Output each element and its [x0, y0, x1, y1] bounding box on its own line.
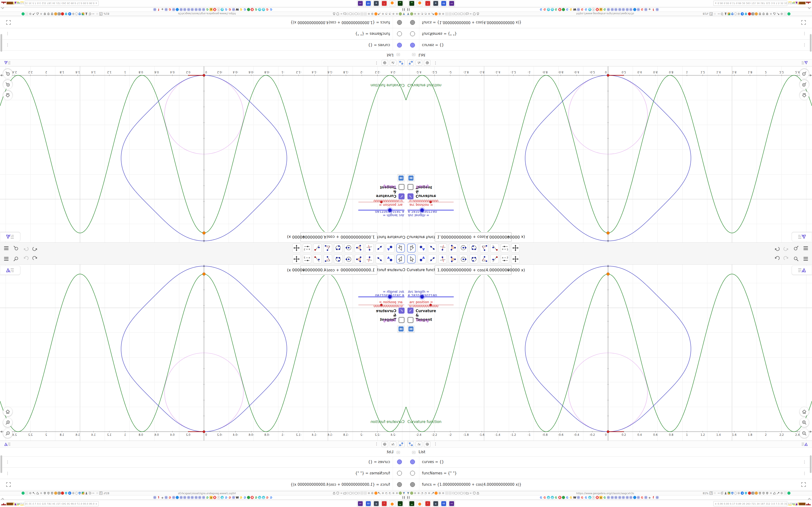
- curvature-function-dropdown[interactable]: 1.000000000000 + cos(4.000000000000 x) ▼: [435, 265, 512, 275]
- gauge-icon[interactable]: ◔: [424, 12, 427, 15]
- lock-icon[interactable]: [476, 12, 479, 15]
- bird-extension-icon[interactable]: Y: [406, 492, 410, 495]
- swirl-favicon[interactable]: @: [551, 8, 554, 11]
- input-fx-button[interactable]: fx: [390, 60, 396, 66]
- zoom-out-button[interactable]: [800, 429, 809, 438]
- flower-favicon[interactable]: [187, 496, 190, 499]
- globe-icon[interactable]: ⊕: [382, 12, 385, 15]
- move-tool[interactable]: [407, 255, 416, 264]
- google-favicon[interactable]: G: [540, 8, 543, 11]
- download-icon[interactable]: [724, 492, 727, 495]
- folder-icon[interactable]: [466, 12, 469, 15]
- undo-button[interactable]: [33, 245, 38, 251]
- shield-dot-icon[interactable]: ○: [766, 12, 769, 15]
- terminal-app-icon[interactable]: ▂: [408, 501, 415, 507]
- colorful-globe-icon[interactable]: [755, 12, 758, 15]
- flower-favicon[interactable]: [656, 496, 659, 499]
- gear-icon[interactable]: [737, 12, 740, 15]
- flower-favicon[interactable]: [611, 8, 614, 11]
- line-tool[interactable]: [375, 255, 384, 264]
- reader-mode-icon[interactable]: A: [710, 492, 713, 495]
- swirl-favicon[interactable]: @: [221, 8, 224, 11]
- pen-extension-icon[interactable]: [728, 12, 730, 15]
- list-collapse-button[interactable]: −: [397, 451, 400, 454]
- google-favicon[interactable]: G: [269, 496, 272, 499]
- perpendicular-line-tool[interactable]: [365, 255, 373, 264]
- wrench-icon[interactable]: [33, 492, 36, 495]
- gear-icon[interactable]: [737, 492, 740, 495]
- input-fx-button[interactable]: fx: [390, 441, 396, 447]
- vpn-shield-icon[interactable]: ⇩: [64, 492, 68, 495]
- translate-shield-icon[interactable]: A: [731, 12, 734, 15]
- forward-arrow-icon[interactable]: →: [717, 492, 720, 495]
- green-favicon[interactable]: [247, 496, 250, 499]
- vpn-shield-icon[interactable]: ⇩: [744, 492, 748, 495]
- curvature-function-dropdown[interactable]: 1.000000000000 + cos(4.000000000000 x) ▼: [300, 265, 377, 275]
- globe-icon[interactable]: ⊕: [40, 492, 43, 495]
- home-button[interactable]: [800, 407, 809, 416]
- circle-extension-icon[interactable]: [399, 12, 402, 15]
- google-favicon[interactable]: G: [554, 496, 558, 499]
- translate-shield-icon[interactable]: A: [78, 12, 81, 15]
- visibility-marble[interactable]: [410, 471, 415, 475]
- yandex-favicon[interactable]: Я: [596, 496, 599, 499]
- tab-box-icon[interactable]: [355, 13, 357, 15]
- globe-icon[interactable]: ⊕: [769, 492, 772, 495]
- line-tool[interactable]: [428, 255, 437, 264]
- plus-extension-icon[interactable]: +: [68, 492, 71, 495]
- google-favicon[interactable]: G: [254, 8, 258, 11]
- f-favicon[interactable]: f: [652, 8, 655, 11]
- flower-favicon[interactable]: [172, 496, 175, 499]
- algebra-stylebar-button[interactable]: [2, 60, 12, 66]
- red-extension-icon[interactable]: [61, 492, 64, 495]
- algebra-menu-dots[interactable]: ⋮: [434, 61, 438, 65]
- chevron-up-icon[interactable]: [808, 8, 811, 11]
- flower-favicon[interactable]: [644, 496, 648, 499]
- tracing-checkbox[interactable]: [399, 317, 405, 323]
- play-button[interactable]: ▶▮: [397, 326, 405, 332]
- algebra-view-button[interactable]: [398, 60, 405, 66]
- gear-icon[interactable]: [29, 12, 32, 15]
- flower-favicon[interactable]: [622, 8, 625, 11]
- google-favicon[interactable]: G: [585, 8, 588, 11]
- status-dot-icon[interactable]: [788, 492, 791, 495]
- curvature-point[interactable]: [607, 273, 609, 276]
- search-button[interactable]: [13, 245, 19, 251]
- f-favicon[interactable]: f: [652, 496, 655, 499]
- purple-app-icon[interactable]: ••: [357, 501, 364, 507]
- pen-extension-icon[interactable]: [82, 12, 84, 15]
- disabled-extension-icon[interactable]: [360, 492, 363, 495]
- f-favicon[interactable]: f: [157, 496, 160, 499]
- list-collapse-button[interactable]: −: [397, 53, 400, 56]
- monitor-app-icon[interactable]: ▣: [373, 0, 379, 6]
- settings-app-icon[interactable]: *: [424, 501, 431, 507]
- flower-favicon[interactable]: [637, 496, 640, 499]
- visibility-marble[interactable]: [410, 459, 415, 464]
- algebra-stylebar-button[interactable]: [800, 60, 810, 66]
- firefox-app-icon[interactable]: ●: [389, 0, 396, 6]
- shield-icon[interactable]: [336, 12, 339, 15]
- tab-box-icon[interactable]: [355, 492, 357, 495]
- wrench-icon[interactable]: [378, 492, 381, 495]
- thumb-icon[interactable]: [773, 12, 776, 15]
- swirl-favicon[interactable]: @: [221, 496, 224, 499]
- vpn-shield-icon[interactable]: ⇩: [744, 12, 748, 15]
- globe-icon[interactable]: ⊕: [395, 12, 399, 15]
- globe-icon[interactable]: ⊕: [442, 12, 445, 15]
- menu-button[interactable]: [803, 245, 809, 251]
- google-favicon[interactable]: G: [603, 8, 606, 11]
- flower-favicon[interactable]: [618, 496, 621, 499]
- point-tool[interactable]: A: [386, 255, 394, 264]
- folder-icon[interactable]: [343, 12, 346, 15]
- list-collapse-button[interactable]: −: [412, 53, 415, 56]
- refresh-icon[interactable]: [720, 492, 723, 495]
- flower-favicon[interactable]: [629, 496, 632, 499]
- google-favicon[interactable]: G: [585, 496, 588, 499]
- monitor-app-icon[interactable]: ▣: [433, 501, 439, 507]
- firefox-icon[interactable]: [374, 492, 377, 495]
- zoom-out-button[interactable]: [3, 429, 12, 438]
- reflect-tool[interactable]: [490, 255, 499, 264]
- flower-favicon[interactable]: [180, 8, 183, 11]
- row-menu-dots[interactable]: ⋮: [803, 43, 806, 47]
- polygon-tool[interactable]: [355, 255, 363, 264]
